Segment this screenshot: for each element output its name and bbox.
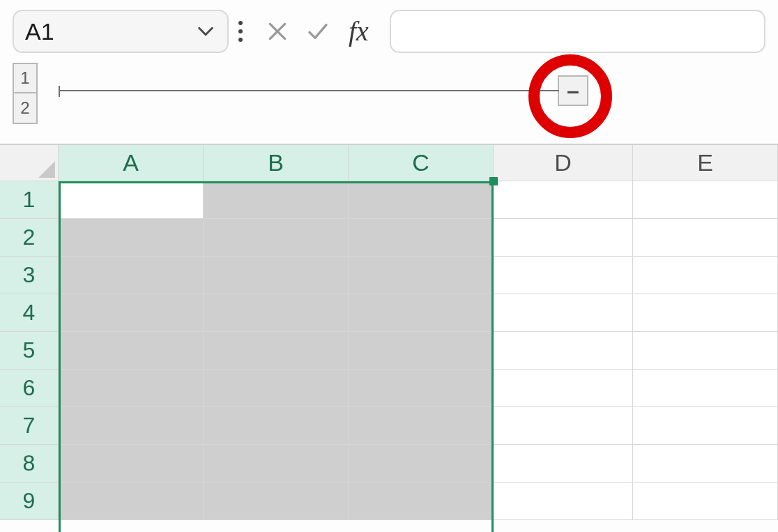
row-header-9[interactable]: 9 <box>0 482 59 520</box>
cell-c3[interactable] <box>349 257 494 294</box>
column-header-b[interactable]: B <box>204 145 349 181</box>
chevron-down-icon[interactable] <box>195 21 216 42</box>
cell-c6[interactable] <box>349 370 494 407</box>
formula-input[interactable] <box>390 10 765 53</box>
row-header-8[interactable]: 8 <box>0 445 59 482</box>
cell-d7[interactable] <box>494 407 633 445</box>
cell-d8[interactable] <box>494 445 633 482</box>
cell-d1[interactable] <box>494 181 633 219</box>
outline-group-line <box>59 90 559 91</box>
row-header-1[interactable]: 1 <box>0 181 59 219</box>
row-header-2[interactable]: 2 <box>0 219 59 257</box>
cell-e3[interactable] <box>633 257 778 294</box>
selection-fill-handle[interactable] <box>489 177 498 185</box>
cell-d4[interactable] <box>494 294 633 332</box>
column-header-c[interactable]: C <box>349 145 494 181</box>
formula-icon-group: fx <box>257 17 380 45</box>
cell-a5[interactable] <box>59 332 204 370</box>
cell-c2[interactable] <box>349 219 494 257</box>
outline-level-buttons: 1 2 <box>13 63 40 124</box>
cell-b2[interactable] <box>204 219 349 257</box>
row-header-6[interactable]: 6 <box>0 370 59 407</box>
cell-b7[interactable] <box>204 407 349 445</box>
cell-e8[interactable] <box>633 445 778 482</box>
cell-e1[interactable] <box>633 181 778 219</box>
cell-a9[interactable] <box>59 482 204 520</box>
outline-level-1-button[interactable]: 1 <box>13 63 38 93</box>
name-box[interactable]: A1 <box>13 10 229 53</box>
cell-a4[interactable] <box>59 294 204 332</box>
cell-e6[interactable] <box>633 370 778 407</box>
fx-icon[interactable]: fx <box>346 17 372 45</box>
cell-a8[interactable] <box>59 445 204 482</box>
cell-b6[interactable] <box>204 370 349 407</box>
select-all-corner[interactable] <box>0 145 59 181</box>
cell-c1[interactable] <box>349 181 494 219</box>
column-outline-area: 1 2 – <box>0 63 778 144</box>
cell-d9[interactable] <box>494 482 633 520</box>
spreadsheet-grid[interactable]: A B C D E 1 2 3 4 5 6 7 8 <box>0 144 778 520</box>
cell-b3[interactable] <box>204 257 349 294</box>
row-header-3[interactable]: 3 <box>0 257 59 294</box>
cell-e2[interactable] <box>633 219 778 257</box>
column-header-a[interactable]: A <box>59 145 204 181</box>
cell-d2[interactable] <box>494 219 633 257</box>
cell-b5[interactable] <box>204 332 349 370</box>
cell-e5[interactable] <box>633 332 778 370</box>
cell-a3[interactable] <box>59 257 204 294</box>
cell-b4[interactable] <box>204 294 349 332</box>
outline-collapse-button[interactable]: – <box>558 75 588 106</box>
cell-b1[interactable] <box>204 181 349 219</box>
outline-group-track: – <box>59 78 588 103</box>
cell-e7[interactable] <box>633 407 778 445</box>
name-box-value: A1 <box>25 18 54 45</box>
cell-c5[interactable] <box>349 332 494 370</box>
accept-check-icon[interactable] <box>305 19 330 44</box>
cell-a6[interactable] <box>59 370 204 407</box>
cell-a2[interactable] <box>59 219 204 257</box>
cell-b9[interactable] <box>204 482 349 520</box>
cell-e4[interactable] <box>633 294 778 332</box>
row-header-4[interactable]: 4 <box>0 294 59 332</box>
cell-d3[interactable] <box>494 257 633 294</box>
formula-bar: A1 fx <box>0 0 778 63</box>
cell-a7[interactable] <box>59 407 204 445</box>
cell-c4[interactable] <box>349 294 494 332</box>
row-header-7[interactable]: 7 <box>0 407 59 445</box>
cell-c7[interactable] <box>349 407 494 445</box>
cell-b8[interactable] <box>204 445 349 482</box>
cell-d6[interactable] <box>494 370 633 407</box>
column-header-e[interactable]: E <box>633 145 778 181</box>
row-header-5[interactable]: 5 <box>0 332 59 370</box>
cancel-x-icon[interactable] <box>265 19 290 44</box>
cell-a1[interactable] <box>59 181 204 219</box>
outline-level-2-button[interactable]: 2 <box>13 93 38 124</box>
cell-c8[interactable] <box>349 445 494 482</box>
column-header-d[interactable]: D <box>494 145 633 181</box>
cell-e9[interactable] <box>633 482 778 520</box>
cell-d5[interactable] <box>494 332 633 370</box>
cell-c9[interactable] <box>349 482 494 520</box>
more-dots-icon[interactable] <box>238 21 247 42</box>
